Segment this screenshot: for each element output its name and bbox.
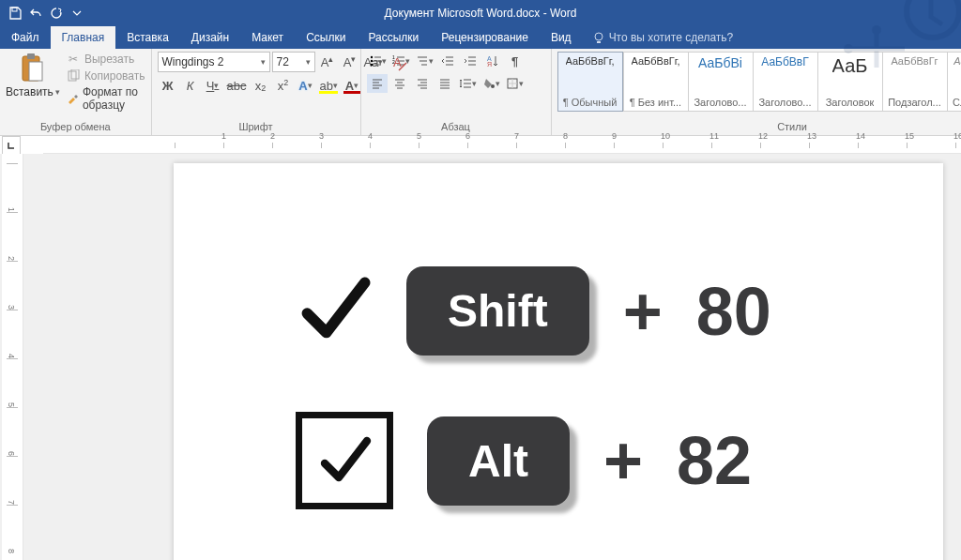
style-card-2[interactable]: АаБбВіЗаголово... [688,52,753,112]
key-code: 82 [677,422,752,499]
window-title: Документ Microsoft Word.docx - Word [385,7,577,20]
qat-customize-icon[interactable] [68,4,86,23]
group-font: Wingdings 2▾ 72▾ A▴ A▾ Aa▾ A Ж К Ч▾ abc … [152,49,361,135]
style-name: Заголово... [758,97,811,108]
paste-button[interactable]: Вставить▾ [6,52,60,98]
style-name: Заголово... [694,97,746,108]
quick-access-toolbar [0,4,86,23]
style-sample: АаБ [832,55,868,77]
tell-me-search[interactable]: Что вы хотите сделать? [583,26,743,49]
indent-dec-button[interactable] [437,52,458,70]
highlight-button[interactable]: ab▾ [317,76,339,95]
style-sample: АаБбВвГг, [566,55,615,67]
font-color-button[interactable]: A▾ [342,76,362,95]
plus-sign: + [623,273,663,350]
svg-rect-6 [27,53,35,59]
style-card-5[interactable]: АаБбВвГгПодзагол... [882,52,947,112]
doc-row-0: Shift+80 [296,266,906,356]
document-area[interactable]: Shift+80Alt+82 [23,154,961,560]
align-left-button[interactable] [367,74,388,93]
tab-design[interactable]: Дизайн [180,26,240,49]
borders-button[interactable]: ▾ [504,74,526,93]
copy-button[interactable]: Копировать [66,68,145,83]
svg-point-10 [370,56,372,58]
cut-button[interactable]: ✂Вырезать [66,52,145,67]
title-bar: Документ Microsoft Word.docx - Word [0,0,961,26]
format-painter-button[interactable]: Формат по образцу [66,85,145,112]
style-card-1[interactable]: АаБбВвГг,¶ Без инт... [623,52,688,112]
group-clipboard-label: Буфер обмена [6,120,145,135]
style-sample: АаБбВвГ [761,55,808,68]
menu-bar: Файл Главная Вставка Дизайн Макет Ссылки… [0,26,961,49]
tab-selector[interactable] [2,136,21,155]
redo-icon[interactable] [47,4,66,23]
superscript-button[interactable]: x2 [272,76,293,95]
shading-button[interactable]: ▾ [480,74,502,93]
style-sample: АаБбВі [698,55,742,70]
group-styles: АаБбВвГг,¶ ОбычныйАаБбВвГг,¶ Без инт...А… [552,49,962,135]
svg-point-11 [370,60,372,62]
key-code: 80 [696,273,771,350]
tab-home[interactable]: Главная [51,26,116,49]
multilevel-button[interactable]: ▾ [414,52,435,70]
undo-icon[interactable] [26,4,45,23]
font-name-selector[interactable]: Wingdings 2▾ [158,52,270,72]
bullets-button[interactable]: ▾ [367,52,389,70]
keyboard-key: Shift [406,266,589,356]
style-name: Заголовок [826,97,875,108]
indent-inc-button[interactable] [460,52,480,70]
doc-row-1: Alt+82 [296,412,906,509]
style-name: ¶ Обычный [563,97,618,108]
tab-layout[interactable]: Макет [240,26,295,49]
clear-format-button[interactable]: A [387,53,407,71]
workspace: 12345678 Shift+80Alt+82 [0,154,961,560]
grow-font-button[interactable]: A▴ [317,53,338,71]
vertical-ruler[interactable]: 12345678 [2,154,23,560]
style-card-3[interactable]: АаБбВвГЗаголово... [753,52,817,112]
group-clipboard: Вставить▾ ✂Вырезать Копировать Формат по… [0,49,152,135]
style-card-4[interactable]: АаБЗаголовок [817,52,882,112]
style-sample: АаБбВвГг, [632,55,680,67]
copy-icon [66,68,81,83]
tab-review[interactable]: Рецензирование [430,26,540,49]
subscript-button[interactable]: x2 [250,76,270,95]
style-sample: АаБбВвГг [891,55,938,67]
align-justify-button[interactable] [435,74,455,93]
tab-file[interactable]: Файл [0,26,51,49]
paste-icon [19,52,47,85]
show-marks-button[interactable]: ¶ [505,52,526,70]
svg-point-12 [370,64,372,66]
style-name: ¶ Без инт... [630,97,681,108]
tell-me-placeholder: Что вы хотите сделать? [609,31,734,44]
tab-insert[interactable]: Вставка [115,26,180,49]
paste-label: Вставить [6,85,53,98]
bold-button[interactable]: Ж [158,76,178,95]
italic-button[interactable]: К [180,76,201,95]
svg-rect-7 [29,62,42,81]
style-card-0[interactable]: АаБбВвГг,¶ Обычный [557,52,623,112]
align-center-button[interactable] [389,74,410,93]
svg-text:Я: Я [487,61,492,68]
shrink-font-button[interactable]: A▾ [340,53,360,71]
keyboard-key: Alt [427,416,570,506]
sort-button[interactable]: AЯ [482,52,503,70]
scissors-icon: ✂ [66,52,81,67]
style-card-6[interactable]: АаБбВеГг,Слабое в... [947,52,962,112]
text-effects-button[interactable]: A▾ [295,76,315,95]
save-icon[interactable] [6,4,24,23]
tab-mailings[interactable]: Рассылки [357,26,430,49]
plus-sign: + [603,422,643,499]
tab-references[interactable]: Ссылки [295,26,357,49]
group-font-label: Шрифт [158,120,355,135]
line-spacing-button[interactable]: ▾ [457,74,479,93]
horizontal-ruler[interactable]: 1234567891011121314151617 [0,136,961,155]
align-right-button[interactable] [412,74,433,93]
tab-view[interactable]: Вид [540,26,583,49]
strike-button[interactable]: abc [225,76,249,95]
font-size-selector[interactable]: 72▾ [272,52,315,72]
style-name: Слабое в... [953,97,961,108]
underline-button[interactable]: Ч▾ [203,76,223,95]
checkmark-symbol [296,271,373,351]
svg-point-17 [491,84,495,88]
style-name: Подзагол... [888,97,941,108]
